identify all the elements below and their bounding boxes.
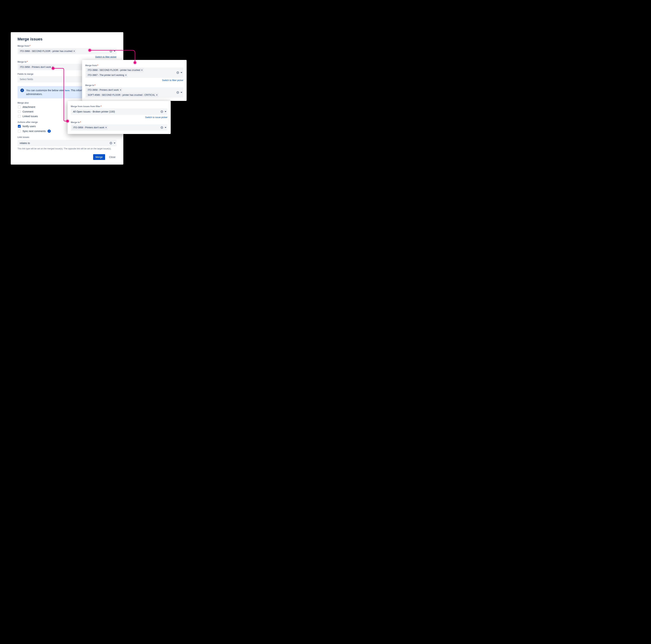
annotation-dot (89, 49, 91, 52)
link-issues-value: relates to (19, 142, 30, 145)
merge-to-label: Merge to* (85, 84, 183, 87)
merge-from-label: Merge from* (18, 45, 117, 47)
merge-to-picker[interactable]: ITO-3958 - Printers don't work × SOFT-45… (85, 87, 183, 98)
checkbox-icon[interactable] (18, 125, 21, 128)
filter-picker-popover: Merge from issues from filter* All Open … (68, 101, 171, 134)
info-icon[interactable]: i (48, 129, 51, 133)
chevron-down-icon[interactable] (181, 92, 182, 93)
merge-button[interactable]: Merge (93, 154, 105, 160)
chevron-down-icon[interactable] (114, 51, 116, 52)
chip-issue[interactable]: ITO-3958 - Printers don't work × (19, 65, 55, 69)
clear-icon[interactable]: × (110, 50, 112, 53)
clear-icon[interactable]: × (177, 91, 179, 94)
close-icon[interactable]: × (105, 126, 107, 129)
chevron-down-icon[interactable] (114, 143, 116, 144)
merge-from-picker[interactable]: ITO-3968 - SECOND FLOOR - printer has cr… (85, 67, 183, 78)
switch-to-filter-picker-link[interactable]: Switch to filter picker (162, 79, 183, 82)
clear-icon[interactable]: × (177, 71, 179, 74)
customize-here-link[interactable]: here (65, 89, 69, 92)
required-mark: * (101, 105, 101, 108)
close-icon[interactable]: × (141, 68, 143, 72)
close-icon[interactable]: × (73, 49, 75, 53)
close-icon[interactable]: × (156, 93, 157, 97)
clear-icon[interactable]: × (160, 110, 163, 113)
required-mark: * (95, 84, 95, 87)
checkbox-icon[interactable] (18, 130, 21, 133)
merge-from-picker[interactable]: ITO-3968 - SECOND FLOOR - printer has cr… (18, 48, 117, 54)
annotation-dot (134, 61, 136, 64)
chevron-down-icon[interactable] (165, 127, 166, 128)
required-mark: * (27, 61, 28, 63)
chip-issue[interactable]: ITO-3968 - SECOND FLOOR - printer has cr… (86, 68, 144, 72)
close-icon[interactable]: × (120, 88, 121, 92)
chevron-down-icon[interactable] (181, 72, 182, 73)
clear-icon[interactable]: × (110, 142, 112, 145)
annotation-dot (52, 67, 54, 69)
merge-from-filter-label: Merge from issues from filter* (71, 105, 167, 108)
checkbox-icon[interactable] (18, 115, 21, 118)
chip-issue[interactable]: ITO-3958 - Printers don't work × (72, 125, 108, 130)
link-issues-label: Link issues (18, 136, 117, 139)
link-help-text: This link type will be set on the merged… (18, 147, 117, 150)
required-mark: * (30, 45, 30, 47)
checkbox-icon[interactable] (18, 106, 21, 109)
close-button[interactable]: Close (108, 155, 117, 159)
switch-to-issue-picker-link[interactable]: Switch to issue picker (145, 116, 167, 119)
info-icon: i (20, 89, 24, 92)
switch-to-filter-picker-link[interactable]: Switch to filter picker (95, 55, 117, 58)
issue-picker-popover: Merge from* ITO-3968 - SECOND FLOOR - pr… (82, 60, 187, 101)
dialog-footer: Merge Close (18, 154, 117, 160)
merge-to-label: Merge to* (71, 121, 167, 124)
annotation-dot (66, 120, 69, 122)
fields-placeholder: Select fields (19, 78, 33, 81)
chip-issue[interactable]: ITO-3968 - SECOND FLOOR - printer has cr… (19, 49, 76, 53)
filter-picker[interactable]: All Open Issues - Broken printer (100) × (71, 109, 167, 115)
required-mark: * (80, 121, 81, 124)
chip-issue[interactable]: ITO-3967 - The printer isn't working × (86, 73, 128, 77)
filter-value: All Open Issues - Broken printer (100) (72, 110, 115, 113)
close-icon[interactable]: × (125, 74, 127, 77)
clear-icon[interactable]: × (160, 126, 163, 129)
required-mark: * (97, 64, 98, 67)
dialog-title: Merge issues (18, 37, 117, 41)
merge-to-picker[interactable]: ITO-3958 - Printers don't work × × (71, 124, 167, 131)
merge-from-label: Merge from* (85, 64, 183, 67)
chip-issue[interactable]: SOFT-4589 - SECOND FLOOR - printer has c… (86, 93, 159, 97)
chevron-down-icon[interactable] (165, 111, 166, 112)
chip-issue[interactable]: ITO-3958 - Printers don't work × (86, 88, 122, 92)
link-issues-picker[interactable]: relates to × (18, 140, 117, 146)
checkbox-icon[interactable] (18, 110, 21, 113)
